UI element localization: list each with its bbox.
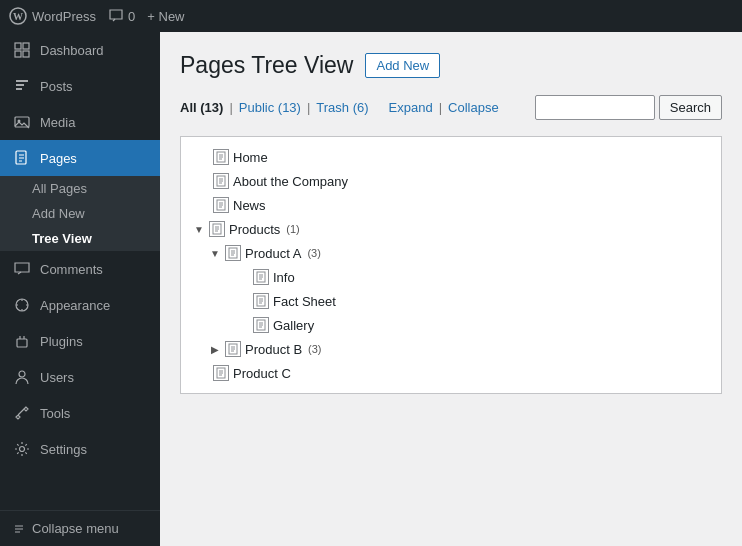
tree-item-fact-sheet: Fact Sheet <box>181 289 721 313</box>
svg-text:W: W <box>13 11 23 22</box>
plugins-icon <box>12 331 32 351</box>
new-label: + New <box>147 9 184 24</box>
toggle-product-a[interactable]: ▼ <box>209 247 221 259</box>
tree-item-news: News <box>181 193 721 217</box>
tree-item-fact-sheet-label: Fact Sheet <box>273 294 336 309</box>
page-title: Pages Tree View <box>180 52 353 79</box>
sidebar-item-tools-label: Tools <box>40 406 70 421</box>
tree-item-product-c-label: Product C <box>233 366 291 381</box>
collapse-icon <box>12 522 26 536</box>
filter-links: All (13) | Public (13) | Trash (6) Expan… <box>180 100 535 115</box>
tree-item-product-b: ▶ Product B (3) <box>181 337 721 361</box>
tools-icon <box>12 403 32 423</box>
new-item[interactable]: + New <box>147 9 184 24</box>
sidebar-item-media[interactable]: Media <box>0 104 160 140</box>
comments-count: 0 <box>128 9 135 24</box>
page-icon-product-c <box>213 365 229 381</box>
comments-icon <box>108 8 124 24</box>
pages-icon <box>12 148 32 168</box>
filter-public[interactable]: Public (13) <box>239 100 301 115</box>
expand-link[interactable]: Expand <box>389 100 433 115</box>
page-icon-info <box>253 269 269 285</box>
sidebar-item-posts-label: Posts <box>40 79 73 94</box>
sidebar-item-dashboard[interactable]: Dashboard <box>0 32 160 68</box>
sidebar-item-comments-label: Comments <box>40 262 103 277</box>
sidebar-sub-tree-view[interactable]: Tree View <box>0 226 160 251</box>
toggle-product-b[interactable]: ▶ <box>209 343 221 355</box>
tree-item-products: ▼ Products (1) <box>181 217 721 241</box>
appearance-icon <box>12 295 32 315</box>
tree-item-about-label: About the Company <box>233 174 348 189</box>
svg-rect-5 <box>23 51 29 57</box>
page-icon-about <box>213 173 229 189</box>
filter-trash[interactable]: Trash (6) <box>316 100 368 115</box>
search-input[interactable] <box>535 95 655 120</box>
filter-all[interactable]: All (13) <box>180 100 223 115</box>
sidebar-item-users-label: Users <box>40 370 74 385</box>
sidebar-item-appearance-label: Appearance <box>40 298 110 313</box>
sidebar-item-appearance[interactable]: Appearance <box>0 287 160 323</box>
tree-item-products-label: Products <box>229 222 280 237</box>
sidebar-pages-submenu: All Pages Add New Tree View <box>0 176 160 251</box>
sidebar-sub-all-pages[interactable]: All Pages <box>0 176 160 201</box>
comments-item[interactable]: 0 <box>108 8 135 24</box>
sidebar-item-plugins[interactable]: Plugins <box>0 323 160 359</box>
tree-item-home: Home <box>181 145 721 169</box>
tree-item-product-b-label: Product B <box>245 342 302 357</box>
tree-item-product-a-count: (3) <box>307 247 320 259</box>
sidebar-item-posts[interactable]: Posts <box>0 68 160 104</box>
pages-tree: Home About the Company News ▼ <box>180 136 722 394</box>
tree-item-product-a: ▼ Product A (3) <box>181 241 721 265</box>
tree-item-news-label: News <box>233 198 266 213</box>
tree-item-product-c: Product C <box>181 361 721 385</box>
wp-logo-item[interactable]: W WordPress <box>8 6 96 26</box>
users-icon <box>12 367 32 387</box>
page-icon-gallery <box>253 317 269 333</box>
svg-rect-3 <box>23 43 29 49</box>
page-icon-products <box>209 221 225 237</box>
sidebar-sub-add-new[interactable]: Add New <box>0 201 160 226</box>
page-header: Pages Tree View Add New <box>180 52 722 79</box>
sidebar: Dashboard Posts Media <box>0 32 160 546</box>
page-icon-fact-sheet <box>253 293 269 309</box>
dashboard-icon <box>12 40 32 60</box>
svg-rect-4 <box>15 51 21 57</box>
tree-item-product-a-label: Product A <box>245 246 301 261</box>
page-icon-news <box>213 197 229 213</box>
sidebar-item-users[interactable]: Users <box>0 359 160 395</box>
main-content: Pages Tree View Add New All (13) | Publi… <box>160 32 742 546</box>
sidebar-item-tools[interactable]: Tools <box>0 395 160 431</box>
svg-point-11 <box>19 371 25 377</box>
collapse-menu-label: Collapse menu <box>32 521 119 536</box>
page-icon-product-a <box>225 245 241 261</box>
tree-item-about: About the Company <box>181 169 721 193</box>
toggle-products[interactable]: ▼ <box>193 223 205 235</box>
tree-item-info: Info <box>181 265 721 289</box>
tree-item-gallery-label: Gallery <box>273 318 314 333</box>
tree-item-product-b-count: (3) <box>308 343 321 355</box>
sidebar-item-dashboard-label: Dashboard <box>40 43 104 58</box>
tree-item-products-count: (1) <box>286 223 299 235</box>
sidebar-item-settings[interactable]: Settings <box>0 431 160 467</box>
svg-rect-2 <box>15 43 21 49</box>
filter-bar: All (13) | Public (13) | Trash (6) Expan… <box>180 95 722 120</box>
svg-rect-10 <box>17 339 27 347</box>
sidebar-item-comments[interactable]: Comments <box>0 251 160 287</box>
comments-sidebar-icon <box>12 259 32 279</box>
wp-logo-icon: W <box>8 6 28 26</box>
top-bar: W WordPress 0 + New <box>0 0 742 32</box>
tree-item-home-label: Home <box>233 150 268 165</box>
expand-collapse: Expand | Collapse <box>389 100 499 115</box>
collapse-link[interactable]: Collapse <box>448 100 499 115</box>
wp-label: WordPress <box>32 9 96 24</box>
page-icon-home <box>213 149 229 165</box>
search-button[interactable]: Search <box>659 95 722 120</box>
sidebar-item-settings-label: Settings <box>40 442 87 457</box>
add-new-button[interactable]: Add New <box>365 53 440 78</box>
search-box: Search <box>535 95 722 120</box>
sidebar-item-pages[interactable]: Pages <box>0 140 160 176</box>
collapse-menu[interactable]: Collapse menu <box>0 510 160 546</box>
tree-item-info-label: Info <box>273 270 295 285</box>
posts-icon <box>12 76 32 96</box>
settings-icon <box>12 439 32 459</box>
